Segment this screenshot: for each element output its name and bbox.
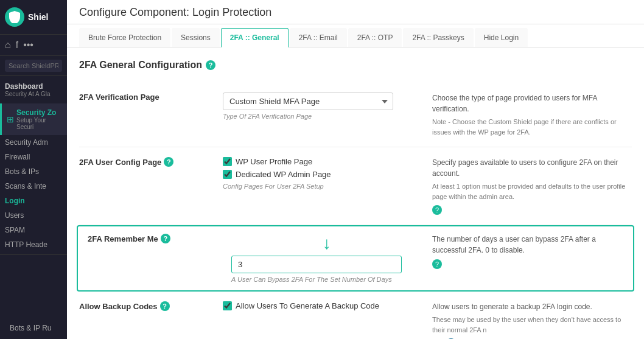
checkbox-row-allow-backup: Allow Users To Generate A Backup Code (223, 301, 422, 310)
tab-sessions[interactable]: Sessions (172, 28, 220, 47)
checkbox-row-wp-admin: Dedicated WP Admin Page (223, 170, 422, 179)
config-desc-note-user-config-page: At least 1 option must be provided and d… (432, 181, 632, 201)
config-label-remember-me: 2FA Remember Me? (88, 234, 222, 243)
dashboard-label: Dashboard (5, 82, 62, 91)
tab-bar: Brute Force ProtectionSessions2FA :: Gen… (67, 24, 644, 47)
config-sub-text-verification-page: Type Of 2FA Verification Page (223, 113, 422, 120)
section-help-icon[interactable]: ? (206, 60, 215, 70)
config-row-remember-me: 2FA Remember Me?↓A User Can Bypass 2FA F… (77, 225, 634, 292)
sidebar-link-bots-ru[interactable]: Bots & IP Ru (5, 321, 62, 335)
desc-icons-remember-me: ? (432, 259, 623, 269)
security-sub: Setup Your Securi (16, 117, 62, 130)
more-icon[interactable]: ••• (23, 40, 33, 51)
sidebar-link-spam[interactable]: SPAM (0, 223, 67, 237)
config-control-verification-page: Custom Shield MFA PageWordPress DefaultT… (223, 93, 422, 120)
checkbox-allow-backup[interactable] (223, 301, 232, 310)
config-label-user-config-page: 2FA User Config Page? (79, 157, 213, 167)
config-desc-backup-codes: Allow users to generate a backup 2FA log… (432, 301, 632, 339)
tab-2fa-general[interactable]: 2FA :: General (221, 28, 289, 47)
logo-text: Shiel (28, 12, 48, 22)
config-label-backup-codes: Allow Backup Codes? (79, 301, 213, 311)
select-verification-page[interactable]: Custom Shield MFA PageWordPress Default (223, 93, 393, 110)
facebook-icon[interactable]: f (16, 40, 18, 51)
sidebar-link-users[interactable]: Users (0, 208, 67, 223)
sidebar-search-area (0, 56, 67, 76)
page-title: Configure Component: Login Protection (67, 0, 644, 24)
config-label-text-remember-me: 2FA Remember Me? (88, 234, 222, 243)
sidebar-item-security[interactable]: ⊞ Security Zo Setup Your Securi (0, 103, 67, 135)
tab-2fa-otp[interactable]: 2FA :: OTP (348, 28, 402, 47)
sidebar-icon-bar: ⌂ f ••• (0, 35, 67, 56)
sidebar-link-http-head[interactable]: HTTP Heade (0, 237, 67, 252)
tab-brute-force[interactable]: Brute Force Protection (79, 28, 170, 47)
sidebar-link-bots-ips[interactable]: Bots & IPs (0, 164, 67, 179)
checkbox-row-wp-profile: WP User Profile Page (223, 157, 422, 166)
config-label-text-user-config-page: 2FA User Config Page? (79, 157, 213, 167)
config-desc-text-backup-codes: Allow users to generate a backup 2FA log… (432, 301, 632, 312)
sidebar-bottom: Bots & IP Ru (0, 317, 67, 339)
grid-icon: ⊞ (7, 114, 14, 124)
section-title: 2FA General Configuration ? (79, 60, 632, 71)
help-icon-user-config-page[interactable]: ? (164, 157, 173, 167)
config-rows: 2FA Verification PageCustom Shield MFA P… (79, 83, 632, 339)
checkbox-wp-profile[interactable] (223, 157, 232, 166)
sidebar-item-dashboard[interactable]: Dashboard Security At A Gla (0, 76, 67, 103)
config-desc-text-verification-page: Choose the type of page provided to user… (432, 93, 632, 114)
help-icon-backup-codes[interactable]: ? (160, 301, 170, 311)
config-desc-remember-me: The number of days a user can bypass 2FA… (432, 234, 623, 269)
config-desc-note-verification-page: Note - Choose the Custom Shield page if … (432, 117, 632, 137)
config-sub-text-remember-me: A User Can Bypass 2FA For The Set Number… (231, 276, 422, 283)
config-desc-text-remember-me: The number of days a user can bypass 2FA… (432, 234, 623, 256)
config-row-user-config-page: 2FA User Config Page?WP User Profile Pag… (79, 147, 632, 225)
config-control-backup-codes: Allow Users To Generate A Backup Code (223, 301, 422, 314)
checkbox-label-allow-backup: Allow Users To Generate A Backup Code (236, 301, 379, 310)
config-row-verification-page: 2FA Verification PageCustom Shield MFA P… (79, 83, 632, 147)
tab-2fa-passkeys[interactable]: 2FA :: Passkeys (403, 28, 473, 47)
shield-icon (5, 7, 24, 27)
tab-hide-login[interactable]: Hide Login (475, 28, 528, 47)
dashboard-sub: Security At A Gla (5, 91, 62, 97)
config-sub-text-user-config-page: Config Pages For User 2FA Setup (223, 183, 422, 190)
sidebar-link-security-admin[interactable]: Security Adm (0, 135, 67, 150)
checkbox-label-wp-profile: WP User Profile Page (236, 157, 312, 166)
sidebar-link-login[interactable]: Login (0, 194, 67, 208)
main-content: Configure Component: Login Protection Br… (67, 0, 644, 339)
sidebar-link-scans-int[interactable]: Scans & Inte (0, 179, 67, 194)
config-control-remember-me: ↓A User Can Bypass 2FA For The Set Numbe… (231, 234, 422, 283)
security-label: Security Zo (16, 108, 62, 117)
search-input[interactable] (5, 60, 62, 72)
config-label-verification-page: 2FA Verification Page (79, 93, 213, 102)
config-desc-text-user-config-page: Specify pages available to users to conf… (432, 157, 632, 179)
sidebar-links: Security AdmFirewallBots & IPsScans & In… (0, 135, 67, 252)
config-label-text-backup-codes: Allow Backup Codes? (79, 301, 213, 311)
arrow-indicator: ↓ (231, 234, 422, 253)
desc-icons-user-config-page: ? (432, 205, 632, 215)
sidebar-link-firewall[interactable]: Firewall (0, 150, 67, 164)
tab-2fa-email[interactable]: 2FA :: Email (290, 28, 347, 47)
config-label-text-verification-page: 2FA Verification Page (79, 93, 213, 102)
config-desc-user-config-page: Specify pages available to users to conf… (432, 157, 632, 215)
sidebar-logo: Shiel (0, 0, 67, 35)
config-control-user-config-page: WP User Profile PageDedicated WP Admin P… (223, 157, 422, 190)
config-row-backup-codes: Allow Backup Codes?Allow Users To Genera… (79, 292, 632, 339)
checkbox-wp-admin[interactable] (223, 170, 232, 179)
sidebar: Shiel ⌂ f ••• Dashboard Security At A Gl… (0, 0, 67, 339)
home-icon[interactable]: ⌂ (5, 40, 11, 51)
desc-help-icon-user-config-page[interactable]: ? (432, 205, 442, 215)
checkbox-label-wp-admin: Dedicated WP Admin Page (236, 170, 331, 179)
number-input-remember-me[interactable] (231, 256, 402, 273)
config-desc-verification-page: Choose the type of page provided to user… (432, 93, 632, 137)
help-icon-remember-me[interactable]: ? (161, 234, 170, 243)
content-area: 2FA General Configuration ? 2FA Verifica… (67, 47, 644, 339)
desc-help-icon-remember-me[interactable]: ? (432, 259, 442, 269)
config-desc-note-backup-codes: These may be used by the user when they … (432, 315, 632, 335)
